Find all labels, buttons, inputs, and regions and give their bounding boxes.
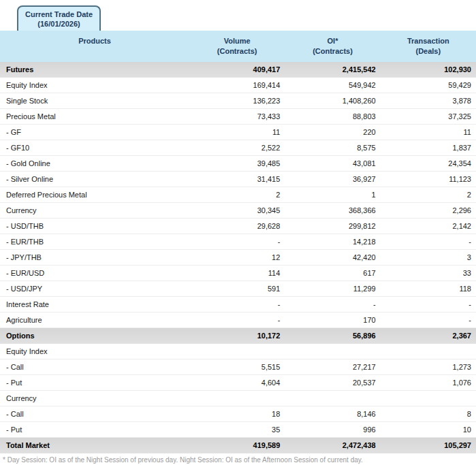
volume-cell: 2 [189,187,285,202]
transaction-cell: 11 [381,125,476,140]
transaction-cell: 2 [381,187,476,202]
oi-cell: 42,420 [285,250,380,265]
table-row: Total Market419,5892,472,438105,297 [0,438,476,453]
product-cell: - EUR/USD [0,266,189,280]
oi-cell: - [285,297,380,312]
tab-current-trade-date[interactable]: Current Trade Date (16/01/2026) [17,5,101,31]
transaction-cell: 2,367 [381,328,476,343]
product-cell: - Call [0,359,189,374]
transaction-cell: 105,297 [381,438,476,453]
column-header-label: Transaction [407,36,449,46]
oi-cell: 617 [285,266,380,280]
transaction-cell: 1,837 [381,140,476,155]
product-cell: Single Stock [0,93,189,108]
table-row: Equity Index [0,344,476,359]
transaction-cell: 3 [381,250,476,265]
product-cell: Currency [0,391,189,406]
table-row: Futures409,4172,415,542102,930 [0,62,476,78]
oi-cell: 56,896 [285,328,380,343]
volume-cell: 169,414 [189,78,285,93]
transaction-cell: 37,325 [381,109,476,124]
column-header-label: OI* [328,36,338,46]
oi-cell: 27,217 [285,359,380,374]
oi-cell: 88,803 [285,109,380,124]
oi-cell: 36,927 [285,172,380,187]
volume-cell: 29,628 [189,219,285,234]
column-header-volume: Volume (Contracts) [189,36,285,62]
transaction-cell [381,391,476,406]
oi-cell: 20,537 [285,375,380,390]
product-cell: - Silver Online [0,172,189,187]
column-header-products: Products [0,36,189,62]
volume-cell: 136,223 [189,93,285,108]
volume-cell: 4,604 [189,375,285,390]
volume-cell: - [189,234,285,249]
transaction-cell: - [381,297,476,312]
product-cell: - USD/JPY [0,281,189,296]
transaction-cell: 1,273 [381,359,476,374]
transaction-cell [381,344,476,359]
transaction-cell: 10 [381,422,476,437]
volume-cell: 73,433 [189,109,285,124]
table-row: Agriculture-170- [0,312,476,328]
column-header-sublabel: (Contracts) [313,46,353,57]
oi-cell: 996 [285,422,380,437]
product-cell: Precious Metal [0,109,189,124]
oi-cell [285,344,380,359]
oi-cell: 14,218 [285,234,380,249]
product-cell: - Call [0,406,189,421]
product-cell: - Put [0,422,189,437]
transaction-cell: 11,123 [381,172,476,187]
volume-cell: - [189,312,285,327]
transaction-cell: - [381,234,476,249]
transaction-cell: 1,076 [381,375,476,390]
transaction-cell: 8 [381,406,476,421]
table-row: Deferred Precious Metal212 [0,187,476,203]
table-row: - Put4,60420,5371,076 [0,375,476,391]
table-row: - EUR/USD11461733 [0,266,476,281]
product-cell: Total Market [0,438,189,453]
oi-cell: 1 [285,187,380,202]
transaction-cell: 2,296 [381,203,476,218]
table-row: Currency30,345368,3662,296 [0,203,476,219]
volume-cell: 31,415 [189,172,285,187]
product-cell: - Gold Online [0,156,189,171]
volume-cell [189,391,285,406]
oi-cell: 368,366 [285,203,380,218]
table-row: - USD/THB29,628299,8122,142 [0,219,476,234]
oi-cell: 170 [285,312,380,327]
volume-cell: 12 [189,250,285,265]
volume-cell: 30,345 [189,203,285,218]
table-row: - Silver Online31,41536,92711,123 [0,172,476,187]
table-row: - GF1122011 [0,125,476,140]
table-row: - USD/JPY59111,299118 [0,281,476,297]
transaction-cell: 102,930 [381,62,476,77]
table-row: - Call188,1468 [0,406,476,422]
product-cell: Interest Rate [0,297,189,312]
volume-cell: 591 [189,281,285,296]
oi-session-footnote: * Day Session: OI as of the Night Sessio… [0,453,476,465]
table-row: - Gold Online39,48543,08124,354 [0,156,476,172]
table-row: - EUR/THB-14,218- [0,234,476,250]
oi-cell: 1,408,260 [285,93,380,108]
oi-cell: 43,081 [285,156,380,171]
oi-cell: 2,415,542 [285,62,380,77]
table-row: Equity Index169,414549,94259,429 [0,78,476,93]
product-cell: Futures [0,62,189,77]
volume-cell: 10,172 [189,328,285,343]
volume-cell: - [189,297,285,312]
table-row: - GF102,5228,5751,837 [0,140,476,156]
product-cell: - JPY/THB [0,250,189,265]
volume-cell: 2,522 [189,140,285,155]
column-header-transaction: Transaction (Deals) [381,36,476,62]
volume-cell: 409,417 [189,62,285,77]
volume-cell: 5,515 [189,359,285,374]
volume-cell: 11 [189,125,285,140]
transaction-cell: 33 [381,266,476,280]
table-body: Futures409,4172,415,542102,930Equity Ind… [0,62,476,453]
table-row: Currency [0,391,476,406]
product-cell: Options [0,328,189,343]
oi-cell [285,391,380,406]
volume-cell [189,344,285,359]
tab-label-line2: (16/01/2026) [25,19,93,29]
